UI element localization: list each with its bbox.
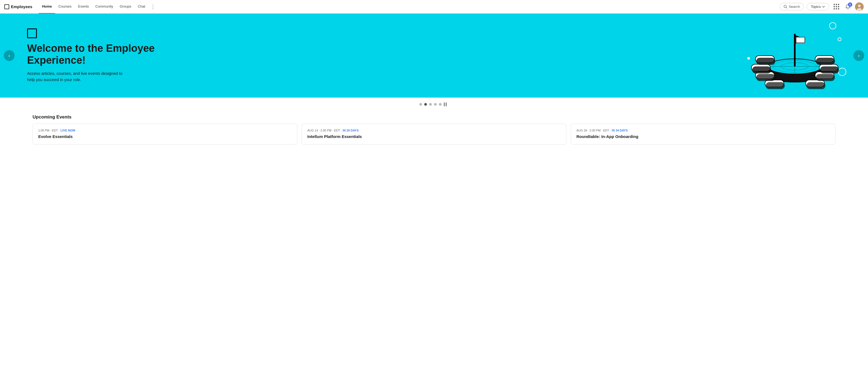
svg-rect-29 xyxy=(752,66,771,73)
svg-rect-30 xyxy=(820,66,839,73)
hero-prev-button[interactable]: ‹ xyxy=(4,50,14,61)
event-title-3: Roundtable: In-App Onboarding xyxy=(577,134,830,139)
user-avatar[interactable] xyxy=(855,2,864,11)
hero-next-button[interactable]: › xyxy=(854,50,864,61)
nav-more-button[interactable]: ⋮ xyxy=(148,0,158,13)
nav-item-courses[interactable]: Courses xyxy=(55,0,74,13)
svg-rect-27 xyxy=(756,58,775,65)
event-badge-3: IN 34 DAYS xyxy=(612,129,628,132)
navbar: Employees Home Courses Events Community … xyxy=(0,0,868,13)
event-badge-1: LIVE NOW xyxy=(61,129,75,132)
chevron-down-icon xyxy=(822,5,825,8)
hero-banner: ‹ Welcome to the Employee Experience! Ac… xyxy=(0,13,868,109)
grid-icon xyxy=(834,4,839,9)
nav-item-chat[interactable]: Chat xyxy=(134,0,148,13)
brand-logo-icon xyxy=(4,4,9,9)
svg-point-3 xyxy=(858,5,861,7)
svg-line-1 xyxy=(786,7,787,8)
notifications-button[interactable]: 5 xyxy=(844,2,852,11)
event-meta-1: 1:00 PM · EDT · LIVE NOW xyxy=(38,129,291,132)
hero-logo-mark xyxy=(27,29,37,38)
grid-menu-button[interactable] xyxy=(832,2,841,11)
event-card-3[interactable]: AUG 28 · 2:00 PM · EDT · IN 34 DAYS Roun… xyxy=(571,124,835,144)
nav-item-home[interactable]: Home xyxy=(39,0,55,13)
search-button[interactable]: Search xyxy=(780,3,804,10)
carousel-dot-4[interactable] xyxy=(434,103,437,106)
svg-rect-15 xyxy=(794,34,796,66)
svg-rect-28 xyxy=(816,58,835,65)
topics-label: Topics xyxy=(811,5,821,9)
hero-content: Welcome to the Employee Experience! Acce… xyxy=(27,29,163,83)
hero-subtitle: Access articles, courses, and live event… xyxy=(27,70,130,83)
notification-badge: 5 xyxy=(848,2,852,7)
search-label: Search xyxy=(789,5,800,9)
upcoming-events-title: Upcoming Events xyxy=(33,115,835,120)
nav-item-events[interactable]: Events xyxy=(75,0,92,13)
svg-point-6 xyxy=(838,38,841,41)
nav-item-community[interactable]: Community xyxy=(92,0,117,13)
carousel-dot-1[interactable] xyxy=(420,103,422,106)
hero-slide: ‹ Welcome to the Employee Experience! Ac… xyxy=(0,13,868,98)
event-meta-2: AUG 14 · 2:00 PM · EDT · IN 20 DAYS xyxy=(307,129,561,132)
pause-bar-2 xyxy=(446,102,447,106)
avatar-image xyxy=(855,2,864,11)
events-grid: 1:00 PM · EDT · LIVE NOW Evolve Essentia… xyxy=(33,124,835,144)
svg-point-5 xyxy=(830,23,836,29)
brand-logo[interactable]: Employees xyxy=(4,4,32,9)
hero-title: Welcome to the Employee Experience! xyxy=(27,42,163,66)
svg-rect-34 xyxy=(806,82,826,89)
svg-rect-31 xyxy=(756,74,775,81)
pause-bar-1 xyxy=(444,102,445,106)
event-title-1: Evolve Essentials xyxy=(38,134,291,139)
carousel-dot-2[interactable] xyxy=(424,103,427,106)
svg-point-7 xyxy=(838,68,846,76)
event-time-1: 1:00 PM · EDT · xyxy=(38,129,59,132)
event-meta-3: AUG 28 · 2:00 PM · EDT · IN 34 DAYS xyxy=(577,129,830,132)
svg-rect-32 xyxy=(816,74,835,81)
svg-rect-33 xyxy=(766,82,785,89)
svg-point-8 xyxy=(747,57,750,60)
event-card-1[interactable]: 1:00 PM · EDT · LIVE NOW Evolve Essentia… xyxy=(33,124,297,144)
svg-rect-18 xyxy=(796,37,805,43)
carousel-dot-3[interactable] xyxy=(429,103,432,106)
hero-illustration xyxy=(743,18,846,94)
upcoming-events-section: Upcoming Events 1:00 PM · EDT · LIVE NOW… xyxy=(0,109,868,150)
carousel-dot-5[interactable] xyxy=(439,103,442,106)
event-card-2[interactable]: AUG 14 · 2:00 PM · EDT · IN 20 DAYS Inte… xyxy=(302,124,566,144)
topics-button[interactable]: Topics xyxy=(807,3,829,10)
carousel-dots xyxy=(0,98,868,109)
nav-right: Search Topics 5 xyxy=(780,2,864,11)
nav-item-groups[interactable]: Groups xyxy=(116,0,134,13)
search-icon xyxy=(784,5,787,8)
event-badge-2: IN 20 DAYS xyxy=(343,129,359,132)
brand-name: Employees xyxy=(11,4,32,9)
nav-links: Home Courses Events Community Groups Cha… xyxy=(39,0,148,13)
event-title-2: Intellum Platform Essentials xyxy=(307,134,561,139)
carousel-pause-button[interactable] xyxy=(444,102,448,106)
event-time-3: AUG 28 · 2:00 PM · EDT · xyxy=(577,129,611,132)
event-time-2: AUG 14 · 2:00 PM · EDT · xyxy=(307,129,341,132)
hero-svg xyxy=(743,18,846,94)
